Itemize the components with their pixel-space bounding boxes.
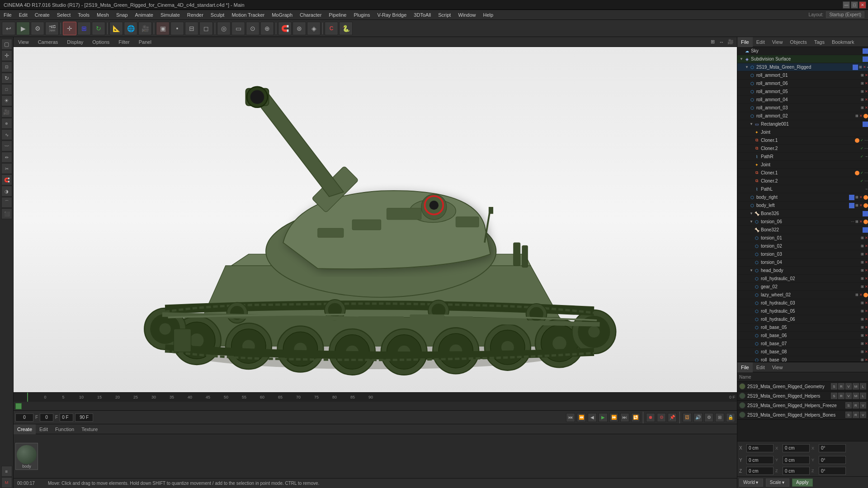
obj-item-roll-base-05[interactable]: ⬡ roll_base_05 ⊞ ✕ [737, 324, 868, 332]
vtab-panel[interactable]: Panel [134, 37, 156, 47]
mat-item-2[interactable]: 2S19_Msta_Green_Rigged_Helpers S R V M L [737, 391, 868, 401]
obj-panel-tab-edit[interactable]: Edit [753, 37, 769, 47]
menu-select[interactable]: Select [53, 10, 75, 20]
toolbar-axis[interactable]: ⊛ [292, 22, 306, 35]
obj-item-body-left[interactable]: ⬡ body_left ⊞ ✕ [737, 202, 868, 210]
x-size-field[interactable]: 0 cm [783, 444, 810, 452]
toolbar-undo[interactable]: ↩ [2, 22, 15, 35]
obj-item-torsion-03[interactable]: ⬡ torsion_03 ⊞ ✕ [737, 250, 868, 258]
obj-item-cloner1-1[interactable]: ⧉ Cloner.1 ✓ ⋯ [737, 136, 868, 145]
scale-mode-btn[interactable]: Scale ▼ [766, 479, 789, 487]
menu-3dtoall[interactable]: 3DToAll [410, 10, 434, 20]
layout-btn[interactable]: ⊞ [715, 413, 724, 422]
obj-item-roll-ammort-03[interactable]: ⬡ roll_ammort_03 ⊞ ✕ [737, 104, 868, 112]
menu-simulate[interactable]: Simulate [157, 10, 184, 20]
obj-item-roll-hydraulic-02[interactable]: ⬡ roll_hydraulic_02 ⊞ ✕ [737, 275, 868, 283]
obj-item-roll-base-08[interactable]: ⬡ roll_base_08 ⊞ ✕ [737, 348, 868, 356]
tool-extrude[interactable]: ⬛ [1, 208, 12, 219]
obj-item-torsion-06[interactable]: ▼ ⬡ torsion_06 ⋯ ⊞ ✕ [737, 218, 868, 226]
end-frame-field[interactable]: 90 F [75, 413, 93, 422]
obj-panel-tab-view[interactable]: View [769, 37, 787, 47]
x-rot-field[interactable]: 0° [819, 444, 846, 452]
obj-item-lazy-wheel-02[interactable]: ⬡ lazy_wheel_02 ⊞ ✕ [737, 291, 868, 299]
toolbar-snap[interactable]: 🧲 [278, 22, 292, 35]
tool-light[interactable]: ☀ [1, 95, 12, 106]
maximize-button[interactable]: □ [851, 1, 858, 9]
close-button[interactable]: ✕ [859, 1, 866, 9]
tool-paint[interactable]: ✏ [1, 152, 12, 163]
obj-item-cloner2-1[interactable]: ⧉ Cloner.2 ✓ ⋯ [737, 145, 868, 153]
tool-bend[interactable]: ⌒ [1, 197, 12, 208]
toolbar-rect-sel[interactable]: ▭ [231, 22, 245, 35]
obj-item-roll-base-06[interactable]: ⬡ roll_base_06 ⊞ ✕ [737, 332, 868, 340]
y-size-field[interactable]: 0 cm [783, 456, 810, 464]
obj-panel-tab-bookmark[interactable]: Bookmark [828, 37, 858, 47]
obj-item-roll-ammort-02[interactable]: ⬡ roll_ammort_02 ⊞ ✕ [737, 112, 868, 120]
menu-mograph[interactable]: MoGraph [268, 10, 296, 20]
play-btn[interactable]: ▶ [599, 413, 608, 422]
obj-item-roll-ammort-06[interactable]: ⬡ roll_ammort_06 ⊞ ✕ [737, 80, 868, 88]
toolbar-coord-cam[interactable]: 🎥 [138, 22, 152, 35]
mat-tab-edit[interactable]: Edit [36, 424, 52, 434]
obj-item-roll-base-09[interactable]: ⬡ roll_base_09 ⊞ ✕ [737, 356, 868, 361]
z-size-field[interactable]: 0 cm [783, 467, 810, 475]
obj-panel-tab-file[interactable]: File [737, 37, 753, 47]
obj-item-roll-ammort-05[interactable]: ⬡ roll_ammort_05 ⊞ ✕ [737, 88, 868, 96]
obj-item-rectangle001[interactable]: ▼ ▭ Rectangle001 [737, 120, 868, 128]
step-back-btn[interactable]: ⏪ [577, 413, 586, 422]
obj-item-joint-1[interactable]: ✦ Joint [737, 128, 868, 136]
toolbar-render-to-po[interactable]: 🎬 [45, 22, 59, 35]
apply-btn[interactable]: Apply [792, 479, 813, 487]
toolbar-move[interactable]: ✛ [63, 22, 76, 35]
menu-sculpt[interactable]: Sculpt [207, 10, 228, 20]
obj-item-gear-02[interactable]: ⬡ gear_02 ⊞ ✕ [737, 283, 868, 291]
tool-rotate[interactable]: ↻ [1, 73, 12, 84]
viewport-3d[interactable] [14, 47, 737, 392]
tool-maxon[interactable]: M [1, 477, 12, 488]
obj-item-body-right[interactable]: ⬡ body_right ⊞ ✕ [737, 193, 868, 202]
vtab-view[interactable]: View [14, 37, 33, 47]
obj-item-pathl[interactable]: ⌇ PathL → [737, 185, 868, 193]
transport-settings[interactable]: ⚙ [704, 413, 713, 422]
tool-deform[interactable]: 〰 [1, 141, 12, 151]
toolbar-edge-mode[interactable]: ⊟ [185, 22, 198, 35]
menu-pipeline[interactable]: Pipeline [325, 10, 350, 20]
loop-btn[interactable]: 🔁 [631, 413, 640, 422]
menu-help[interactable]: Help [480, 10, 497, 20]
mat-tab-texture[interactable]: Texture [78, 424, 101, 434]
menu-window[interactable]: Window [454, 10, 479, 20]
obj-item-sky[interactable]: ☁ Sky [737, 47, 868, 55]
world-mode-btn[interactable]: World ▼ [739, 479, 763, 487]
current-frame-field[interactable]: 0 [15, 413, 33, 422]
menu-motiontracker[interactable]: Motion Tracker [228, 10, 268, 20]
toolbar-ring-sel[interactable]: ⊕ [260, 22, 274, 35]
vtab-options[interactable]: Options [88, 37, 114, 47]
play-reverse-btn[interactable]: ◀ [588, 413, 597, 422]
tool-select[interactable]: ▢ [1, 39, 12, 50]
obj-item-torsion-02[interactable]: ⬡ torsion_02 ⊞ ✕ [737, 242, 868, 250]
toolbar-solo[interactable]: ◈ [307, 22, 321, 35]
menu-plugins[interactable]: Plugins [350, 10, 373, 20]
goto-end-btn[interactable]: ⏭ [620, 413, 629, 422]
mat-tab-create[interactable]: Create [14, 424, 36, 434]
toolbar-render-view[interactable]: ▶ [16, 22, 30, 35]
obj-item-subdivision[interactable]: ▼ ◈ Subdivision Surface [737, 55, 868, 63]
obj-item-cloner1-2[interactable]: ⧉ Cloner.1 ✓ ⋯ [737, 169, 868, 177]
toolbar-scale[interactable]: ⊞ [77, 22, 91, 35]
y-rot-field[interactable]: 0° [819, 456, 846, 464]
toolbar-poly-mode[interactable]: ◻ [199, 22, 213, 35]
menu-vray[interactable]: V-Ray Bridge [374, 10, 410, 20]
obj-item-main-mesh[interactable]: ▼ ⬡ 2S19_Msta_Green_Rigged ⊞ ✕ • [737, 63, 868, 71]
minimize-button[interactable]: — [843, 1, 850, 9]
record-btn[interactable]: ⏺ [646, 413, 655, 422]
toolbar-render-settings[interactable]: ⚙ [31, 22, 44, 35]
toolbar-live-sel[interactable]: ◎ [217, 22, 231, 35]
menu-animate[interactable]: Animate [132, 10, 157, 20]
z-pos-field[interactable]: 0 cm [746, 467, 774, 475]
goto-start-btn[interactable]: ⏮ [566, 413, 575, 422]
mat-item-1[interactable]: 2S19_Msta_Green_Rigged_Geometry S R V M … [737, 382, 868, 391]
menu-character[interactable]: Character [296, 10, 325, 20]
obj-item-roll-hydraulic-05[interactable]: ⬡ roll_hydraulic_05 ⊞ ✕ [737, 307, 868, 315]
tool-camera[interactable]: 🎥 [1, 107, 12, 117]
viewport-icon-maximize[interactable]: ⊞ [709, 38, 716, 46]
